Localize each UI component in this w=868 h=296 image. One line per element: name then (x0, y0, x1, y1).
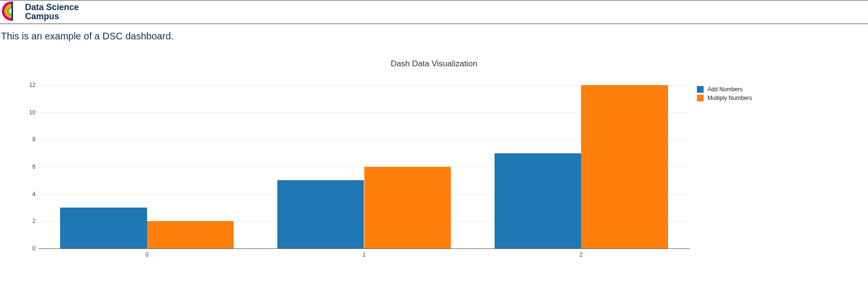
x-tick-label: 2 (580, 251, 583, 258)
legend-swatch-icon (697, 95, 704, 101)
y-tick-label: 10 (25, 109, 36, 116)
x-tick-label: 0 (145, 251, 149, 258)
legend-label: Multiply Numbers (707, 95, 752, 101)
brand-text: Data Science Campus (25, 3, 79, 21)
y-tick-label: 8 (25, 136, 36, 143)
bar[interactable] (364, 167, 451, 248)
x-tick-label: 1 (362, 251, 366, 258)
tagline: This is an example of a DSC dashboard. (0, 24, 868, 47)
header-bar: Data Science Campus (0, 0, 868, 24)
legend-swatch-icon (697, 86, 704, 93)
chart[interactable]: Dash Data Visualization 024681012012 Add… (0, 47, 868, 277)
brand-logo-icon (2, 1, 21, 23)
legend-item[interactable]: Add Numbers (697, 86, 752, 93)
brand-line2: Campus (25, 12, 59, 21)
bar[interactable] (60, 208, 147, 248)
chart-title: Dash Data Visualization (0, 47, 868, 73)
legend-label: Add Numbers (707, 86, 743, 93)
brand-line1: Data Science (25, 2, 79, 12)
gridline (38, 248, 690, 249)
y-tick-label: 2 (25, 218, 36, 224)
bar[interactable] (277, 180, 364, 248)
plot-area[interactable]: 024681012012 (38, 85, 690, 248)
y-tick-label: 0 (25, 245, 36, 252)
bar[interactable] (581, 85, 668, 248)
bar[interactable] (495, 153, 582, 248)
y-tick-label: 12 (25, 82, 36, 88)
brand: Data Science Campus (0, 1, 868, 23)
y-tick-label: 6 (25, 163, 36, 170)
svg-rect-5 (12, 1, 13, 21)
legend: Add NumbersMultiply Numbers (697, 86, 752, 103)
legend-item[interactable]: Multiply Numbers (697, 95, 752, 101)
y-tick-label: 4 (25, 191, 36, 197)
bar[interactable] (147, 221, 234, 248)
